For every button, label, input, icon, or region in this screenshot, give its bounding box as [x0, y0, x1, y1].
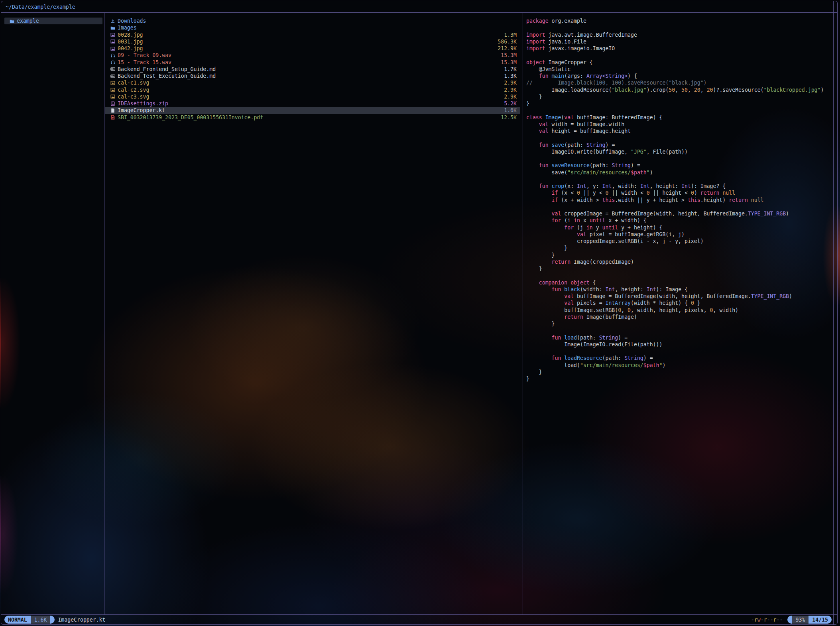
- code-line: [526, 348, 835, 355]
- markdown-icon: [110, 73, 115, 79]
- code-line: load("src/main/resources/$path"): [526, 362, 835, 369]
- code-line: val buffImage = BufferedImage(width, hei…: [526, 293, 835, 300]
- file-row[interactable]: cal-c1.svg2.9K: [105, 79, 520, 86]
- file-permissions: -rw-r--r--: [751, 617, 783, 623]
- file-row[interactable]: cal-c3.svg2.9K: [105, 93, 520, 100]
- code-line: fun black(width: Int, height: Int): Imag…: [526, 286, 835, 293]
- audio-icon: [110, 60, 115, 65]
- file-row[interactable]: IDEAsettings.zip5.2K: [105, 100, 520, 107]
- code-line: }: [526, 245, 835, 251]
- folder-icon: [110, 25, 115, 30]
- code-line: save("src/main/resources/$path"): [526, 169, 835, 176]
- file-list-pane: DownloadsImages0028.jpg1.3M0031.jpg586.3…: [104, 13, 523, 615]
- code-line: [526, 272, 835, 279]
- image-icon: [110, 32, 115, 38]
- code-line: companion object {: [526, 279, 835, 286]
- code-line: [526, 52, 835, 59]
- file-row[interactable]: 0031.jpg586.3K: [105, 38, 520, 45]
- code-line: return Image(croppedImage): [526, 259, 835, 265]
- code-line: [526, 176, 835, 183]
- file-size: 2.9K: [504, 79, 517, 86]
- code-line: for (i in x until x + width) {: [526, 217, 835, 224]
- file-row[interactable]: Backend_Test_Execution_Guide.md1.3K: [105, 73, 520, 79]
- code-line: class Image(val buffImage: BufferedImage…: [526, 114, 835, 121]
- current-file-name: ImageCropper.kt: [58, 617, 105, 623]
- file-name: 0042.jpg: [118, 45, 498, 52]
- preview-pane: package org.example import java.awt.imag…: [523, 13, 837, 615]
- code-line: val pixels = IntArray(width * height) { …: [526, 300, 835, 306]
- file-name: Images: [118, 24, 517, 31]
- file-size-badge: 1.6K: [31, 616, 51, 624]
- image-icon: [110, 46, 115, 51]
- file-size: 1.7K: [504, 66, 517, 73]
- file-size: 15.3M: [501, 59, 517, 66]
- file-name: cal-c2.svg: [118, 87, 504, 93]
- code-line: package org.example: [526, 18, 835, 24]
- file-name: 0031.jpg: [118, 38, 498, 45]
- file-row[interactable]: Images: [105, 24, 520, 31]
- file-name: 0028.jpg: [118, 32, 504, 38]
- image-icon: [110, 39, 115, 44]
- file-size: 15.3M: [501, 52, 517, 59]
- file-row[interactable]: 09 - Track 09.wav15.3M: [105, 52, 520, 59]
- code-line: [526, 155, 835, 162]
- status-right-group: -rw-r--r-- 93% 14/15: [751, 616, 832, 624]
- pane-edge-divider: [833, 1, 834, 625]
- powerline-cap-icon: [50, 616, 55, 624]
- file-row[interactable]: 0028.jpg1.3M: [105, 32, 520, 38]
- code-line: object ImageCropper {: [526, 59, 835, 66]
- file-row[interactable]: SBI_0032013739_2023_DE05_0003155631Invoi…: [105, 114, 520, 121]
- code-line: }: [526, 252, 835, 259]
- code-line: fun save(path: String) =: [526, 142, 835, 148]
- panes-container: example DownloadsImages0028.jpg1.3M0031.…: [1, 13, 837, 615]
- code-line: val pixel = buffImage.getRGB(i, j): [526, 231, 835, 238]
- folder-icon: [9, 18, 14, 24]
- file-size: 212.9K: [498, 45, 517, 52]
- image-icon: [110, 87, 115, 93]
- image-icon: [110, 80, 115, 85]
- file-name: Backend_Frontend_Setup_Guide.md: [118, 66, 504, 73]
- file-row[interactable]: cal-c2.svg2.9K: [105, 87, 520, 93]
- code-line: import javax.imageio.ImageIO: [526, 45, 835, 52]
- code-line: return Image(buffImage): [526, 314, 835, 320]
- mode-badge: NORMAL: [4, 616, 31, 624]
- breadcrumb-path: ~/Data/example/example: [6, 4, 75, 10]
- code-line: [526, 203, 835, 210]
- code-line: buffImage.setRGB(0, 0, width, height, pi…: [526, 307, 835, 314]
- markdown-icon: [110, 67, 115, 72]
- code-line: }: [526, 265, 835, 272]
- file-row[interactable]: Backend_Frontend_Setup_Guide.md1.7K: [105, 66, 520, 73]
- code-line: croppedImage.setRGB(i - x, j - y, pixel): [526, 238, 835, 245]
- code-line: for (j in y until y + height) {: [526, 224, 835, 231]
- download-icon: [110, 18, 115, 24]
- code-line: // Image.black(100, 100).saveResource("b…: [526, 79, 835, 86]
- code-line: }: [526, 375, 835, 382]
- powerline-cap-icon: [787, 616, 792, 624]
- code-line: }: [526, 320, 835, 327]
- file-name: cal-c1.svg: [118, 79, 504, 86]
- status-bar: NORMAL 1.6K ImageCropper.kt -rw-r--r-- 9…: [1, 614, 837, 624]
- code-line: if (x + width > this.width || y + height…: [526, 197, 835, 203]
- file-name: 15 - Track 15.wav: [118, 59, 501, 66]
- code-line: val height = buffImage.height: [526, 128, 835, 134]
- parent-dir-row[interactable]: example: [4, 18, 102, 24]
- file-size: 12.5K: [501, 114, 517, 121]
- code-line: [526, 134, 835, 141]
- file-icon: [110, 108, 115, 113]
- parent-directory-pane: example: [1, 13, 104, 615]
- file-size: 1.3M: [504, 32, 517, 38]
- file-size: 1.3K: [504, 73, 517, 79]
- status-left-group: NORMAL 1.6K ImageCropper.kt: [4, 616, 106, 624]
- code-line: @JvmStatic: [526, 66, 835, 73]
- file-name: IDEAsettings.zip: [118, 100, 504, 107]
- code-line: ImageIO.write(buffImage, "JPG", File(pat…: [526, 148, 835, 155]
- file-row[interactable]: 15 - Track 15.wav15.3M: [105, 59, 520, 66]
- code-line: }: [526, 369, 835, 375]
- file-row[interactable]: ImageCropper.kt1.6K: [105, 107, 520, 114]
- file-row[interactable]: Downloads: [105, 18, 520, 24]
- code-line: fun load(path: String) =: [526, 334, 835, 341]
- code-line: val width = buffImage.width: [526, 121, 835, 128]
- file-row[interactable]: 0042.jpg212.9K: [105, 45, 520, 52]
- code-line: Image(ImageIO.read(File(path))): [526, 341, 835, 348]
- code-line: [526, 107, 835, 114]
